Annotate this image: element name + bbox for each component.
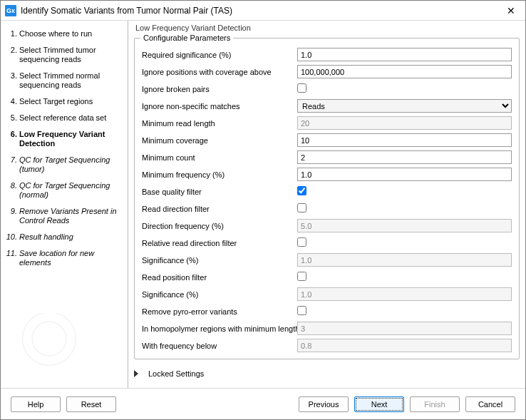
param-label: Minimum read length <box>142 119 297 128</box>
param-label: Ignore positions with coverage above <box>142 68 297 76</box>
param-label: Minimum coverage <box>142 136 297 145</box>
param-checkbox[interactable] <box>297 203 306 212</box>
configurable-parameters-fieldset: Configurable Parameters Required signifi… <box>134 34 520 359</box>
param-control <box>297 133 512 147</box>
param-control: Reads <box>297 99 512 113</box>
param-checkbox[interactable] <box>297 272 306 281</box>
wizard-steps-sidebar: Choose where to runSelect Trimmed tumor … <box>1 21 128 388</box>
param-input <box>297 253 512 267</box>
param-input <box>297 116 512 130</box>
param-row: Ignore non-specific matchesReads <box>142 98 512 114</box>
param-label: In homopolymer regions with minimum leng… <box>142 324 297 333</box>
param-label: Significance (%) <box>142 290 297 299</box>
param-control <box>297 306 512 317</box>
param-row: Minimum count <box>142 149 512 165</box>
watermark-icon <box>15 313 100 377</box>
parameter-rows: Required significance (%)Ignore position… <box>135 42 519 359</box>
param-input[interactable] <box>297 48 512 61</box>
param-input[interactable] <box>297 133 512 147</box>
footer: Help Reset Previous Next Finish Cancel <box>1 388 525 419</box>
param-label: Minimum frequency (%) <box>142 170 297 179</box>
param-label: Ignore non-specific matches <box>142 102 297 111</box>
param-control <box>297 186 512 197</box>
reset-button[interactable]: Reset <box>66 396 116 412</box>
wizard-step-3: Select Trimmed normal sequencing reads <box>19 71 120 90</box>
param-row: Minimum coverage <box>142 132 512 148</box>
close-icon[interactable]: ✕ <box>497 1 525 21</box>
main-panel: Low Frequency Variant Detection Configur… <box>128 21 525 388</box>
param-control <box>297 168 512 181</box>
param-input <box>297 219 512 232</box>
param-label: Read position filter <box>142 273 297 282</box>
param-input <box>297 339 512 352</box>
param-input[interactable] <box>297 168 512 181</box>
wizard-step-10: Result handling <box>19 232 120 242</box>
param-control <box>297 48 512 61</box>
param-row: Significance (%) <box>142 252 512 268</box>
param-label: Direction frequency (%) <box>142 222 297 230</box>
param-row: Direction frequency (%) <box>142 217 512 234</box>
param-input <box>297 287 512 301</box>
param-label: Read direction filter <box>142 205 297 213</box>
param-row: Ignore positions with coverage above <box>142 63 512 80</box>
wizard-step-5: Select reference data set <box>19 113 120 123</box>
wizard-step-9: Remove Variants Present in Control Reads <box>19 207 120 225</box>
app-icon: Gx <box>5 5 16 16</box>
param-row: Base quality filter <box>142 183 512 200</box>
finish-button: Finish <box>410 396 460 412</box>
step-list: Choose where to runSelect Trimmed tumor … <box>19 29 120 267</box>
param-control <box>297 253 512 267</box>
previous-button[interactable]: Previous <box>299 396 349 412</box>
param-input[interactable] <box>297 65 512 78</box>
cancel-button[interactable]: Cancel <box>465 396 515 412</box>
param-control <box>297 287 512 301</box>
param-row: Required significance (%) <box>142 46 512 63</box>
param-control <box>297 272 512 282</box>
help-button[interactable]: Help <box>11 396 61 412</box>
param-control <box>297 322 512 335</box>
param-checkbox[interactable] <box>297 186 306 195</box>
param-row: Ignore broken pairs <box>142 81 512 97</box>
wizard-step-7: QC for Target Sequencing (tumor) <box>19 155 120 174</box>
param-label: Remove pyro-error variants <box>142 307 297 316</box>
param-row: Minimum read length <box>142 115 512 131</box>
param-select[interactable]: Reads <box>297 99 512 113</box>
param-control <box>297 203 512 214</box>
param-label: Base quality filter <box>142 188 297 196</box>
wizard-step-1: Choose where to run <box>19 29 120 39</box>
wizard-step-8: QC for Target Sequencing (normal) <box>19 181 120 200</box>
param-checkbox[interactable] <box>297 237 306 247</box>
wizard-step-2: Select Trimmed tumor sequencing reads <box>19 46 120 64</box>
param-row: Relative read direction filter <box>142 235 512 251</box>
param-control <box>297 219 512 232</box>
next-button[interactable]: Next <box>354 396 404 412</box>
param-input[interactable] <box>297 150 512 164</box>
param-control <box>297 339 512 352</box>
param-row: With frequency below <box>142 337 512 354</box>
param-label: Required significance (%) <box>142 51 297 59</box>
param-row: Minimum frequency (%) <box>142 166 512 183</box>
body: Choose where to runSelect Trimmed tumor … <box>1 21 525 388</box>
param-row: In homopolymer regions with minimum leng… <box>142 320 512 337</box>
param-row: Remove pyro-error variants <box>142 303 512 319</box>
param-label: With frequency below <box>142 342 297 350</box>
param-control <box>297 150 512 164</box>
title-bar: Gx Identify Somatic Variants from Tumor … <box>1 1 525 21</box>
locked-settings-toggle[interactable]: Locked Settings <box>128 365 525 384</box>
param-control <box>297 237 512 248</box>
param-label: Minimum count <box>142 153 297 162</box>
param-row: Read direction filter <box>142 200 512 217</box>
wizard-step-6: Low Frequency Variant Detection <box>19 130 120 148</box>
param-row: Read position filter <box>142 269 512 285</box>
param-checkbox[interactable] <box>297 83 306 93</box>
param-control <box>297 116 512 130</box>
wizard-step-4: Select Target regions <box>19 97 120 106</box>
panel-title: Low Frequency Variant Detection <box>128 21 525 34</box>
expand-arrow-icon <box>134 370 138 377</box>
param-control <box>297 83 512 94</box>
wizard-step-11: Save location for new elements <box>19 249 120 267</box>
param-input <box>297 322 512 335</box>
window-title: Identify Somatic Variants from Tumor Nor… <box>21 6 232 16</box>
param-checkbox[interactable] <box>297 306 306 315</box>
wizard-window: Gx Identify Somatic Variants from Tumor … <box>0 0 526 420</box>
